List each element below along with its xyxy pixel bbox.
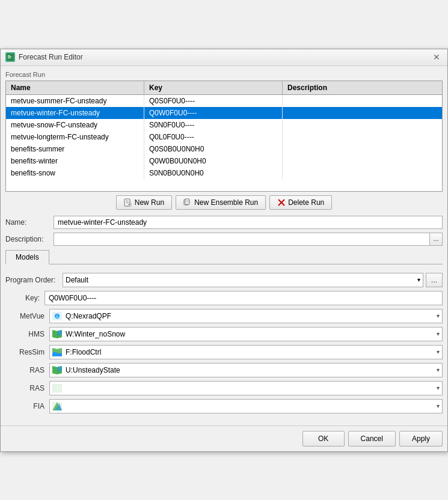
description-input-wrapper: … — [54, 233, 443, 246]
table-cell-name: benefits-winter — [6, 155, 144, 167]
model-chevron-5: ▾ — [437, 403, 440, 409]
model-row-label: MetVue — [5, 312, 44, 320]
description-label: Description: — [5, 235, 54, 243]
table-cell-description — [283, 107, 442, 119]
model-select-container: ▾ — [49, 381, 443, 395]
model-select-container: ▾ — [49, 399, 443, 413]
table-cell-description — [283, 95, 442, 107]
model-chevron-4: ▾ — [437, 385, 440, 391]
forecast-run-table: Name Key Description metvue-summer-FC-un… — [5, 81, 443, 192]
program-order-select[interactable]: Default ▾ — [63, 273, 423, 287]
table-row[interactable]: benefits-snow S0N0B0U0N0H0 — [6, 167, 442, 179]
model-row-label: FIA — [5, 402, 44, 410]
delete-run-icon — [277, 198, 286, 207]
model-icon-4 — [52, 383, 63, 393]
window-title: Forecast Run Editor — [19, 53, 83, 61]
description-browse-button[interactable]: … — [429, 233, 443, 246]
table-header: Name Key Description — [6, 81, 442, 95]
new-ensemble-run-button[interactable]: New Ensemble Run — [176, 195, 266, 210]
key-row: Key: — [5, 291, 443, 305]
model-select-box-5[interactable]: ▾ — [49, 399, 443, 413]
model-rows: MetVue 💧 Q:NexradQPF ▾ HMS W:Winter_noSn… — [5, 309, 443, 413]
delete-run-button[interactable]: Delete Run — [269, 195, 332, 210]
table-cell-name: metvue-snow-FC-unsteady — [6, 119, 144, 131]
ok-button[interactable]: OK — [302, 431, 345, 447]
model-row-label: HMS — [5, 330, 44, 338]
model-row: HMS W:Winter_noSnow ▾ — [5, 327, 443, 341]
col-header-description: Description — [283, 81, 442, 94]
table-row[interactable]: benefits-winter Q0W0B0U0N0H0 — [6, 155, 442, 167]
model-value-1: W:Winter_noSnow — [66, 330, 440, 338]
model-chevron-0: ▾ — [437, 312, 440, 319]
name-row: Name: — [5, 216, 443, 229]
tab-bar: Models — [5, 249, 443, 264]
section-label: Forecast Run — [5, 71, 443, 78]
table-cell-name: metvue-longterm-FC-unsteady — [6, 131, 144, 143]
model-chevron-3: ▾ — [437, 367, 440, 373]
table-cell-key: Q0W0B0U0N0H0 — [144, 155, 283, 167]
name-input[interactable] — [54, 216, 443, 229]
table-cell-description — [283, 155, 442, 167]
model-select-container: W:Winter_noSnow ▾ — [49, 327, 443, 341]
close-button[interactable]: ✕ — [431, 51, 443, 63]
table-body: metvue-summer-FC-unsteady Q0S0F0U0---- m… — [6, 95, 442, 191]
svg-rect-3 — [8, 58, 11, 58]
program-order-row: Program Order: Default ▾ … — [5, 273, 443, 287]
table-cell-description — [283, 167, 442, 179]
model-icon-0: 💧 — [52, 311, 63, 321]
table-cell-description — [283, 143, 442, 155]
content-area: Forecast Run Name Key Description metvue… — [1, 66, 447, 425]
app-icon — [5, 52, 15, 62]
new-run-button[interactable]: New Run — [116, 195, 172, 210]
model-row-label: ResSim — [5, 348, 44, 356]
table-cell-name: benefits-snow — [6, 167, 144, 179]
model-row: MetVue 💧 Q:NexradQPF ▾ — [5, 309, 443, 323]
model-select-container: U:UnsteadyState ▾ — [49, 363, 443, 377]
forecast-run-editor-window: Forecast Run Editor ✕ Forecast Run Name … — [0, 49, 448, 452]
description-row: Description: … — [5, 233, 443, 246]
svg-rect-1 — [8, 55, 10, 56]
program-order-settings-button[interactable]: … — [426, 273, 443, 287]
table-row[interactable]: benefits-summer Q0S0B0U0N0H0 — [6, 143, 442, 155]
description-input[interactable] — [54, 233, 429, 246]
table-cell-key: Q0W0F0U0---- — [144, 107, 283, 119]
model-row: RAS U:UnsteadyState ▾ — [5, 363, 443, 377]
table-row[interactable]: metvue-winter-FC-unsteady Q0W0F0U0---- — [6, 107, 442, 119]
model-value-0: Q:NexradQPF — [66, 312, 440, 320]
model-icon-2 — [52, 347, 63, 357]
title-bar: Forecast Run Editor ✕ — [1, 49, 447, 66]
svg-rect-28 — [52, 384, 62, 392]
delete-run-label: Delete Run — [288, 198, 324, 207]
model-select-box-2[interactable]: F:FloodCtrl ▾ — [49, 345, 443, 359]
new-run-icon — [124, 198, 132, 207]
cancel-button[interactable]: Cancel — [348, 431, 396, 447]
table-row[interactable]: metvue-snow-FC-unsteady S0N0F0U0---- — [6, 119, 442, 131]
col-header-key: Key — [144, 81, 283, 94]
model-row: ResSim F:FloodCtrl ▾ — [5, 345, 443, 359]
table-cell-description — [283, 131, 442, 143]
model-value-3: U:UnsteadyState — [66, 366, 440, 374]
model-select-box-1[interactable]: W:Winter_noSnow ▾ — [49, 327, 443, 341]
models-panel: Program Order: Default ▾ … Key: MetVue 💧… — [5, 269, 443, 421]
model-row-label: RAS — [5, 384, 44, 392]
table-cell-key: S0N0F0U0---- — [144, 119, 283, 131]
table-cell-name: benefits-summer — [6, 143, 144, 155]
table-row[interactable]: metvue-summer-FC-unsteady Q0S0F0U0---- — [6, 95, 442, 107]
table-cell-description — [283, 119, 442, 131]
model-chevron-2: ▾ — [437, 349, 440, 355]
col-header-name: Name — [6, 81, 144, 94]
apply-button[interactable]: Apply — [399, 431, 443, 447]
key-input[interactable] — [44, 291, 443, 305]
action-buttons-row: New Run New Ensemble Run — [5, 195, 443, 210]
model-icon-3 — [52, 365, 63, 375]
svg-text:💧: 💧 — [54, 313, 60, 319]
new-run-label: New Run — [135, 198, 164, 207]
table-row[interactable]: metvue-longterm-FC-unsteady Q0L0F0U0---- — [6, 131, 442, 143]
model-select-container: 💧 Q:NexradQPF ▾ — [49, 309, 443, 323]
model-select-box-0[interactable]: 💧 Q:NexradQPF ▾ — [49, 309, 443, 323]
model-select-box-4[interactable]: ▾ — [49, 381, 443, 395]
table-cell-key: S0N0B0U0N0H0 — [144, 167, 283, 179]
tab-models[interactable]: Models — [5, 250, 49, 264]
table-cell-key: Q0S0F0U0---- — [144, 95, 283, 107]
model-select-box-3[interactable]: U:UnsteadyState ▾ — [49, 363, 443, 377]
